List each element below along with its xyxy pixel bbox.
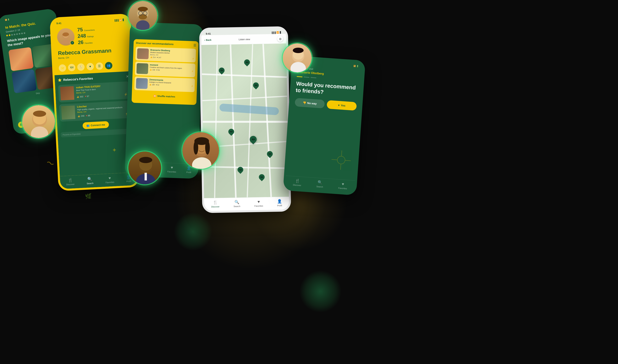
nav-discover-p5[interactable]: 🍴 Discover [293, 178, 301, 187]
resto-info-1: Brasserie Obstberg Modern brasserie kitc… [150, 49, 194, 61]
avatar-woman-dark [181, 131, 220, 170]
nav-profil-p4[interactable]: 👤 Profil [277, 199, 282, 207]
status-time-p4: 9:41 [206, 32, 211, 35]
fav-hearts-1: ♥ 97 [85, 95, 89, 98]
fav-image-thai [60, 86, 75, 100]
map-back-button[interactable]: ‹ Back [204, 39, 212, 41]
rate-buttons: 👎 No way ♥ Yes [295, 98, 357, 111]
nav-search-p4[interactable]: 🔍 Search [233, 200, 241, 208]
shuffle-matches-button[interactable]: 🔀 Shuffle matches [148, 92, 180, 100]
fav-hearts-2: ♥ 88 [86, 114, 90, 117]
rate-question: Would you recommend to friends? [296, 80, 358, 97]
map-listen-view[interactable]: Listen view [239, 38, 250, 41]
resto-action-2[interactable]: ⚡ [192, 70, 193, 72]
avatar-woman-asian [282, 42, 313, 73]
quiz-image-1[interactable] [8, 47, 34, 71]
map-pin-1[interactable]: 🍽 [218, 66, 226, 75]
map-compass[interactable]: ◎ [277, 36, 283, 42]
svg-point-12 [138, 7, 148, 11]
profile-stats: 75 Connections 248 Ratings 26 Favorites [77, 26, 95, 46]
fav-likes-2: 👍 240 [77, 115, 84, 117]
filter-icon[interactable]: ☰ [193, 43, 196, 47]
fav-image-loscher [61, 105, 76, 120]
resto-action-3[interactable]: ⚡ [191, 85, 193, 87]
svg-point-20 [31, 126, 48, 138]
resto-image-1 [137, 48, 149, 59]
map-pin-2[interactable]: 🍽 [243, 58, 251, 66]
resto-image-3 [136, 78, 148, 89]
fav-action-1[interactable]: ⚡ [124, 92, 128, 96]
favorite-item-2[interactable]: Löscher High-quality, organic, regional … [59, 101, 131, 122]
rate-yes-button[interactable]: ♥ Yes [327, 100, 357, 111]
action-list[interactable]: ☰ [96, 62, 103, 70]
signal-icon-p4: ▐▐▐ [271, 31, 276, 34]
map-view[interactable]: 🍽 🍽 🍽 🍽 🍽 🍽 🍽 [201, 43, 289, 198]
battery-icon-p4: ▋ [280, 31, 281, 34]
resto-action-1[interactable]: ⚡ [192, 58, 194, 60]
connect-me-button[interactable]: 👥 Connect me [82, 121, 109, 129]
nav-favorites-p5[interactable]: ♥ Favorites [338, 182, 348, 190]
svg-line-7 [332, 159, 337, 160]
svg-point-11 [139, 14, 147, 19]
svg-line-8 [345, 160, 351, 161]
action-fork[interactable]: 🍴 [77, 63, 85, 71]
map-pin-3[interactable]: 🍽 [252, 81, 260, 89]
nav-discover-p2[interactable]: 🍴 Discover [66, 178, 75, 186]
wifi-icon: 📶 [119, 19, 122, 21]
svg-point-1 [61, 39, 71, 44]
action-star[interactable]: ⭐ [59, 64, 66, 72]
svg-line-5 [341, 151, 342, 156]
favorites-section: ⭐ Rebecca's Favorites ✕ suban THAI EATER… [54, 71, 137, 176]
action-food[interactable]: 🍽 [68, 64, 76, 71]
svg-point-35 [290, 62, 306, 72]
nav-favorites-p3[interactable]: ♥ Favorites [167, 165, 176, 173]
svg-point-16 [136, 20, 150, 30]
signal-icon: ▐▐▐ [114, 19, 118, 21]
battery-icon: ▋ [123, 19, 125, 21]
favorite-item-1[interactable]: suban THAI EATERY Best Thai Food in Bern… [58, 81, 130, 102]
resto-hearts-3: ♥ 62 [156, 84, 159, 86]
phone-rate: 9:41 📶 🔋 Rate your visit Brasserie Obstb… [283, 56, 366, 195]
recommendations-card: Discover our recommandations ☰ Brasserie… [131, 39, 198, 105]
action-connect[interactable]: 👥 [105, 62, 113, 69]
resto-likes-1: 👍 214 [150, 56, 156, 58]
svg-point-34 [293, 48, 304, 53]
svg-point-31 [192, 157, 211, 169]
fav-likes-1: 👍 302 [77, 95, 83, 98]
deco-swirl-2: ✦ [112, 147, 117, 154]
nav-favorites-p4[interactable]: ♥ Favorites [254, 199, 263, 207]
svg-point-29 [193, 141, 198, 155]
svg-point-19 [33, 111, 46, 117]
restaurant-item-3[interactable]: Zimmermania Indulge in a french brasseri… [134, 77, 195, 92]
nav-search-p5[interactable]: 🔍 Search [316, 180, 324, 188]
avatar-man-black [127, 151, 162, 185]
phone-map: 9:41 ▐▐▐ 📶 ▋ ‹ Back Listen view ◎ [199, 26, 291, 213]
verified-badge: ✓ [70, 40, 75, 45]
avatar-man-beard [127, 0, 158, 31]
resto-image-2 [136, 63, 148, 74]
favorites-title: ⭐ Rebecca's Favorites [58, 77, 93, 82]
resto-info-2: moment Creative and fresh cuisine from t… [150, 64, 194, 76]
map-navigation-bar: ‹ Back Listen view ◎ [201, 34, 286, 45]
taste-matches-title: Taste matches [135, 31, 197, 38]
map-pin-5[interactable]: 🍽 [266, 150, 274, 158]
action-heart[interactable]: ♥ [86, 63, 94, 70]
status-time-p2: 9:41 [56, 22, 62, 25]
nav-search-p2[interactable]: 🔍 Search [86, 177, 93, 185]
svg-rect-25 [144, 173, 147, 181]
restaurant-item-2[interactable]: moment Creative and fresh cuisine from t… [135, 62, 195, 78]
nav-discover-p4[interactable]: 🍴 Discover [211, 200, 219, 208]
deco-swirl-1: 〜 [45, 157, 56, 170]
svg-point-30 [205, 141, 210, 155]
rate-no-button[interactable]: 👎 No way [295, 98, 325, 108]
nav-favorites-p2[interactable]: ♥ Favorites [105, 176, 114, 183]
svg-line-6 [340, 164, 341, 170]
restaurant-item-1[interactable]: Brasserie Obstberg Modern brasserie kitc… [135, 47, 196, 63]
quiz-image-3[interactable] [11, 69, 37, 93]
fav-teaser: Pizzeria at Eigerplatz [61, 129, 132, 137]
bottom-nav-p4: 🍴 Discover 🔍 Search ♥ Favorites 👤 Profil [204, 197, 289, 211]
deco-icon: 🌿 [85, 193, 92, 199]
map-pin-7[interactable]: 🍽 [258, 173, 266, 181]
recommendations-title: Discover our recommandations [136, 41, 174, 46]
resto-hearts-2: ♥ 56 [156, 69, 160, 71]
